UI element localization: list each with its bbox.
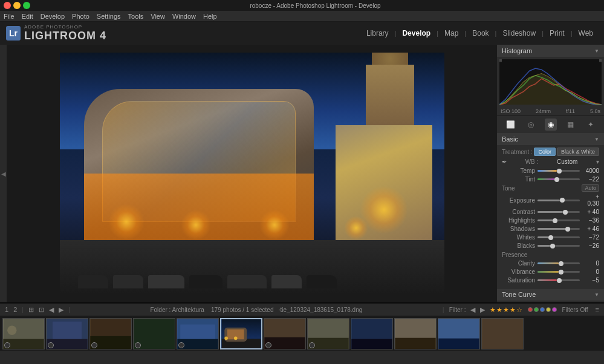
shadows-thumb[interactable]	[565, 227, 570, 232]
histogram-toggle[interactable]: ▼	[594, 48, 599, 54]
svg-rect-23	[180, 324, 215, 339]
close-button[interactable]	[4, 2, 11, 9]
tone-auto-button[interactable]: Auto	[582, 184, 599, 192]
green-filter[interactable]	[534, 307, 539, 312]
menu-help[interactable]: Help	[203, 13, 217, 20]
tab-library[interactable]: Library	[362, 27, 394, 40]
clarity-track[interactable]	[537, 262, 580, 264]
thumb-10[interactable]	[394, 318, 437, 349]
menu-window[interactable]: Window	[172, 13, 196, 20]
menu-develop[interactable]: Develop	[41, 13, 65, 20]
highlights-track[interactable]	[537, 219, 580, 221]
thumb-4[interactable]	[133, 318, 175, 349]
menu-settings[interactable]: Settings	[97, 13, 121, 20]
thumb-1[interactable]	[2, 318, 45, 349]
gradient-tool[interactable]: ▦	[565, 119, 577, 131]
whites-thumb[interactable]	[548, 235, 553, 240]
clarity-thumb[interactable]	[559, 261, 563, 266]
temp-fill	[537, 170, 557, 172]
menu-photo[interactable]: Photo	[72, 13, 89, 20]
menu-file[interactable]: File	[4, 13, 15, 20]
eyedropper-icon[interactable]: ✒	[502, 158, 507, 165]
filmstrip-images: …	[0, 316, 604, 351]
thumb-11[interactable]	[438, 318, 480, 349]
minimize-button[interactable]	[13, 2, 21, 9]
thumb-6-selected[interactable]	[220, 318, 262, 349]
star-rating[interactable]: ★★★★☆	[490, 306, 523, 314]
nav-tabs: Library | Develop | Map | Book | Slidesh…	[362, 27, 598, 40]
bw-button[interactable]: Black & White	[557, 148, 599, 156]
blue-filter[interactable]	[540, 307, 545, 312]
shadows-value: + 46	[582, 226, 599, 232]
svg-rect-1	[499, 59, 502, 62]
nav-next-btn[interactable]: ▶	[59, 306, 63, 314]
shadows-track[interactable]	[537, 228, 580, 230]
thumb-2[interactable]	[46, 318, 88, 349]
shadows-row: Shadows + 46	[502, 226, 599, 232]
thumb-8[interactable]	[307, 318, 349, 349]
tab-map[interactable]: Map	[440, 27, 463, 40]
thumb-3[interactable]	[89, 318, 132, 349]
tone-curve-toggle[interactable]: ▼	[594, 292, 599, 297]
menu-tools[interactable]: Tools	[128, 13, 144, 20]
clarity-fill	[537, 262, 559, 264]
filmstrip-menu-icon[interactable]: ≡	[596, 306, 599, 313]
wb-dropdown-icon[interactable]: ▾	[596, 158, 599, 165]
tab-print[interactable]: Print	[545, 27, 570, 40]
temp-thumb[interactable]	[557, 169, 562, 174]
maximize-button[interactable]	[23, 2, 30, 9]
purple-filter[interactable]	[552, 307, 557, 312]
main: ◀	[0, 45, 604, 302]
brush-tool[interactable]: ✦	[585, 119, 597, 131]
color-button[interactable]: Color	[534, 148, 556, 156]
page-1-btn[interactable]: 1	[5, 306, 8, 313]
folder-info: Folder : Architektura 179 photos / 1 sel…	[75, 307, 438, 313]
whites-track[interactable]	[537, 236, 580, 238]
spot-tool[interactable]: ◎	[525, 119, 537, 131]
red-filter[interactable]	[528, 307, 533, 312]
crop-tool[interactable]: ⬜	[505, 119, 517, 131]
thumb-9[interactable]	[351, 318, 393, 349]
blacks-thumb[interactable]	[550, 244, 555, 249]
blacks-track[interactable]	[537, 245, 580, 247]
yellow-filter[interactable]	[546, 307, 551, 312]
temp-track[interactable]	[537, 170, 580, 172]
thumb-5[interactable]: …	[177, 318, 219, 349]
filter-arrow-right[interactable]: ▶	[480, 306, 485, 314]
exposure-track[interactable]	[537, 200, 580, 201]
tint-track[interactable]	[537, 178, 580, 180]
car-1	[78, 275, 108, 288]
tab-web[interactable]: Web	[574, 27, 598, 40]
tone-curve-header[interactable]: Tone Curve ▼	[497, 288, 604, 301]
tint-thumb[interactable]	[554, 177, 559, 182]
highlights-thumb[interactable]	[553, 218, 557, 223]
thumb-12[interactable]	[481, 318, 524, 349]
tab-develop[interactable]: Develop	[397, 27, 435, 40]
redeye-tool[interactable]: ◉	[545, 119, 557, 131]
contrast-thumb[interactable]	[563, 210, 568, 215]
grid-view-btn[interactable]: ⊞	[28, 306, 34, 314]
titlebar-controls	[4, 2, 30, 9]
filter-arrow-left[interactable]: ◀	[470, 306, 475, 314]
basic-toggle[interactable]: ▼	[594, 137, 599, 142]
vibrance-track[interactable]	[537, 271, 580, 273]
basic-header[interactable]: Basic ▼	[497, 133, 604, 145]
menu-view[interactable]: View	[151, 13, 165, 20]
highlights-fill	[537, 219, 553, 221]
page-2-btn[interactable]: 2	[13, 306, 17, 313]
temp-label: Temp	[502, 167, 535, 174]
tab-book[interactable]: Book	[467, 27, 493, 40]
left-panel-toggle[interactable]: ◀	[0, 171, 7, 177]
nav-prev-btn[interactable]: ◀	[49, 306, 54, 314]
histogram-header[interactable]: Histogram ▼	[497, 45, 604, 57]
thumb-7[interactable]	[264, 318, 306, 349]
contrast-track[interactable]	[537, 211, 580, 213]
saturation-thumb[interactable]	[557, 278, 562, 283]
loupe-view-btn[interactable]: ⊡	[39, 306, 44, 314]
tab-slideshow[interactable]: Slideshow	[498, 27, 541, 40]
saturation-track[interactable]	[537, 279, 580, 281]
exposure-thumb[interactable]	[560, 198, 565, 203]
menu-edit[interactable]: Edit	[22, 13, 33, 20]
vibrance-thumb[interactable]	[559, 270, 563, 275]
basic-title: Basic	[502, 135, 518, 143]
